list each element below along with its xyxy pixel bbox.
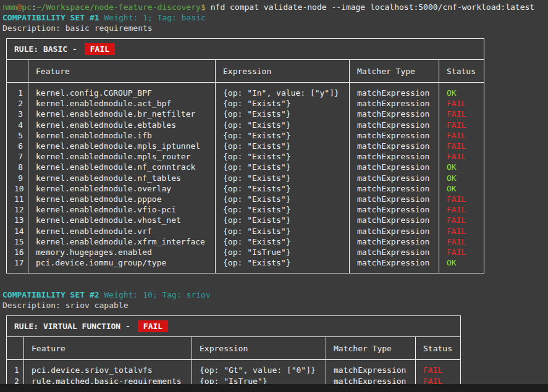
cell-idx: 9 [7,173,28,183]
cell-idx: 2 [7,98,28,109]
table-row: 10kernel.enabledmodule.overlay{op: "Exis… [7,183,484,194]
cell-idx: 11 [7,194,28,204]
cell-feature: kernel.enabledmodule.mpls_router [28,151,216,162]
rule-table-virtual-function: RULE: VIRTUAL FUNCTION -FAIL Feature Exp… [6,315,461,391]
cell-matcher: matchExpression [350,215,439,225]
cell-status: FAIL [439,204,484,215]
cell-status: OK [439,162,484,172]
set-meta: Weight: 10; Tag: sriov [104,290,211,299]
cell-status: FAIL [439,194,484,204]
cell-idx: 13 [7,215,28,225]
cell-matcher: matchExpression [350,162,439,172]
cell-matcher: matchExpression [350,236,439,247]
cell-matcher: matchExpression [350,183,439,194]
cell-matcher: matchExpression [350,130,439,141]
cell-matcher: matchExpression [350,204,439,215]
cell-matcher: matchExpression [350,194,439,204]
set-title: COMPATIBILITY SET #2 [2,290,99,299]
table-row: 11kernel.enabledmodule.pppoe{op: "Exists… [7,194,484,204]
table-row: 1pci.device.sriov_totalvfs{op: "Gt", val… [7,360,461,376]
cell-expr: {op: "Exists"} [216,151,350,162]
cell-feature: kernel.enabledmodule.mpls_iptunnel [28,141,216,151]
table-row: 17pci.device.iommu_group/type{op: "Exist… [7,257,484,273]
cell-expr: {op: "Exists"} [216,226,350,236]
rule-table-basic: RULE: BASIC -FAIL Feature Expression Mat… [6,38,484,273]
cell-idx: 12 [7,204,28,215]
cell-feature: memory.hugepages.enabled [28,247,216,257]
cell-idx: 6 [7,141,28,151]
cell-matcher: matchExpression [350,226,439,236]
cell-status: FAIL [439,98,484,109]
cell-status: FAIL [439,247,484,257]
cell-matcher: matchExpression [350,257,439,273]
cell-expr: {op: "In", value: ["y"]} [216,83,350,99]
table-row: 3kernel.enabledmodule.br_netfilter{op: "… [7,109,484,119]
set-description: Description: sriov capable [2,300,548,311]
cell-feature: kernel.enabledmodule.vhost_net [28,215,216,225]
column-header-matcher: Matcher Type [350,60,439,83]
cell-expr: {op: "Exists"} [216,130,350,141]
cell-idx: 3 [7,109,28,119]
prompt-path: ~/Workspace/node-feature-discovery [36,2,201,12]
rule-header-cell: RULE: VIRTUAL FUNCTION -FAIL [7,316,461,337]
cell-expr: {op: "Exists"} [216,204,350,215]
cell-status: FAIL [439,120,484,130]
cell-status: FAIL [439,109,484,119]
set-header: COMPATIBILITY SET #1Weight: 1; Tag: basi… [2,12,548,23]
cell-status: OK [439,257,484,273]
command-text: nfd compat validate-node --image localho… [211,2,534,12]
set-title: COMPATIBILITY SET #1 [2,13,99,22]
table-row: 5kernel.enabledmodule.ifb{op: "Exists"}m… [7,130,484,141]
cell-feature: kernel.config.CGROUP_BPF [28,83,216,99]
cell-matcher: matchExpression [350,141,439,151]
compatibility-set-1: COMPATIBILITY SET #1Weight: 1; Tag: basi… [2,12,548,273]
cell-expr: {op: "Exists"} [216,215,350,225]
compatibility-set-2: COMPATIBILITY SET #2Weight: 10; Tag: sri… [2,290,548,391]
column-header-status: Status [416,337,461,360]
terminal-window[interactable]: nmm@pc:~/Workspace/node-feature-discover… [0,0,548,392]
column-header-feature: Feature [24,337,192,360]
cell-expr: {op: "Exists"} [216,109,350,119]
cell-status: OK [439,173,484,183]
table-row: 2kernel.enabledmodule.act_bpf{op: "Exist… [7,98,484,109]
cell-matcher: matchExpression [350,120,439,130]
cell-matcher: matchExpression [350,98,439,109]
set-meta: Weight: 1; Tag: basic [104,13,206,22]
cell-expr: {op: "Exists"} [216,162,350,172]
table-row: 4kernel.enabledmodule.ebtables{op: "Exis… [7,120,484,130]
cell-expr: {op: "Exists"} [216,257,350,273]
cell-status: FAIL [416,360,461,376]
column-header-row: Feature Expression Matcher Type Status [7,337,461,360]
table-row: 12kernel.enabledmodule.vfio-pci{op: "Exi… [7,204,484,215]
prompt-host: pc [22,2,32,12]
fail-status-badge: FAIL [138,320,168,332]
table-row: 14kernel.enabledmodule.vrf{op: "Exists"}… [7,226,484,236]
cell-feature: kernel.enabledmodule.xfrm_interface [28,236,216,247]
prompt-user: nmm [2,2,17,12]
table-row: 15kernel.enabledmodule.xfrm_interface{op… [7,236,484,247]
cell-matcher: matchExpression [350,247,439,257]
cell-idx: 14 [7,226,28,236]
column-header-index [7,60,28,83]
cell-feature: kernel.enabledmodule.nf_tables [28,173,216,183]
cell-feature: kernel.enabledmodule.pppoe [28,194,216,204]
cell-expr: {op: "IsTrue"} [216,247,350,257]
column-header-feature: Feature [28,60,216,83]
cell-status: FAIL [439,130,484,141]
cell-feature: kernel.enabledmodule.ifb [28,130,216,141]
cell-idx: 5 [7,130,28,141]
rule-table-body: 1kernel.config.CGROUP_BPF{op: "In", valu… [7,83,484,273]
prompt-separator: : [32,2,36,12]
cell-matcher: matchExpression [350,83,439,99]
column-header-row: Feature Expression Matcher Type Status [7,60,484,83]
rule-label: RULE: BASIC - [14,44,77,54]
rule-header-row: RULE: BASIC -FAIL [7,39,484,60]
cell-feature: kernel.enabledmodule.nf_conntrack [28,162,216,172]
cell-matcher: matchExpression [350,109,439,119]
set-header: COMPATIBILITY SET #2Weight: 10; Tag: sri… [2,290,548,300]
cell-status: OK [439,83,484,99]
column-header-expression: Expression [192,337,326,360]
cell-status: FAIL [439,141,484,151]
fail-status-badge: FAIL [85,43,115,55]
table-row: 13kernel.enabledmodule.vhost_net{op: "Ex… [7,215,484,225]
